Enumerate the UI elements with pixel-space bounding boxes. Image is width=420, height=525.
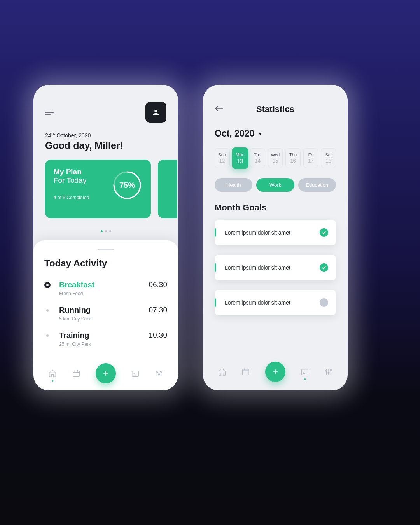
svg-rect-7	[243, 369, 249, 375]
plan-card-next[interactable]	[158, 160, 177, 218]
activity-name: Running	[59, 306, 149, 315]
svg-rect-2	[73, 371, 80, 377]
day-fri[interactable]: Fri17	[303, 148, 318, 168]
month-picker[interactable]: Oct, 2020	[203, 114, 348, 139]
goal-text: Lorem ipsum dolor sit amet	[225, 299, 290, 306]
filter-education[interactable]: Education	[298, 178, 336, 192]
svg-rect-8	[302, 369, 308, 375]
progress-ring: 75%	[112, 170, 142, 200]
activity-row[interactable]: Training 25 m. City Park 10.30	[44, 326, 167, 352]
profile-button[interactable]	[145, 102, 166, 123]
month-label: Oct, 2020	[215, 128, 254, 139]
menu-icon[interactable]	[45, 110, 54, 115]
day-wed[interactable]: Wed15	[268, 148, 283, 168]
goal-item[interactable]: Lorem ipsum dolor sit amet	[215, 255, 336, 280]
bottom-nav	[203, 362, 348, 382]
activity-desc: 5 km. City Park	[59, 316, 149, 322]
day-thu[interactable]: Thu16	[285, 148, 301, 168]
pending-icon[interactable]	[320, 298, 328, 307]
header	[33, 85, 178, 123]
sheet-handle[interactable]	[98, 249, 114, 250]
filter-pills: Health Work Education	[203, 168, 348, 192]
greeting: Good day, Miller!	[33, 138, 178, 151]
day-sun[interactable]: Sun12	[215, 148, 230, 168]
activity-name: Breakfast	[59, 280, 149, 289]
goals-title: Month Goals	[203, 192, 348, 213]
activity-desc: Fresh Food	[59, 291, 149, 296]
home-icon[interactable]	[48, 369, 57, 378]
goals-list: Lorem ipsum dolor sit amet Lorem ipsum d…	[203, 213, 348, 315]
date-label: 24ᵗʰ October, 2020	[33, 123, 178, 138]
activity-desc: 25 m. City Park	[59, 341, 149, 347]
filter-health[interactable]: Health	[215, 178, 252, 192]
settings-icon[interactable]	[155, 369, 163, 378]
activity-row[interactable]: Running 5 km. City Park 07.30	[44, 301, 167, 326]
bullet-active-icon	[44, 282, 51, 288]
calendar-icon[interactable]	[242, 368, 250, 376]
header: Statistics	[203, 85, 348, 114]
plan-carousel[interactable]: My Plan For Today 4 of 5 Completed 75%	[33, 151, 178, 218]
home-icon[interactable]	[218, 368, 226, 376]
goal-text: Lorem ipsum dolor sit amet	[225, 264, 290, 271]
activity-time: 07.30	[149, 306, 167, 314]
add-button[interactable]	[96, 363, 116, 383]
statistics-screen: Statistics Oct, 2020 Sun12 Mon13 Tue14 W…	[203, 85, 348, 390]
settings-icon[interactable]	[324, 368, 333, 376]
schedule-icon[interactable]	[301, 368, 309, 376]
schedule-icon[interactable]	[131, 369, 140, 378]
check-icon[interactable]	[320, 228, 328, 237]
day-mon[interactable]: Mon13	[232, 147, 248, 169]
bullet-icon	[46, 334, 49, 337]
chevron-down-icon	[258, 133, 262, 135]
check-icon[interactable]	[320, 263, 328, 272]
goal-item[interactable]: Lorem ipsum dolor sit amet	[215, 290, 336, 315]
day-tue[interactable]: Tue14	[250, 148, 265, 168]
svg-rect-3	[132, 371, 139, 377]
carousel-dots	[33, 218, 178, 234]
day-sat[interactable]: Sat18	[321, 148, 336, 168]
activity-time: 10.30	[149, 331, 167, 340]
plan-card[interactable]: My Plan For Today 4 of 5 Completed 75%	[45, 160, 151, 218]
activity-sheet: Today Activity Breakfast Fresh Food 06.3…	[33, 240, 178, 390]
bullet-icon	[46, 309, 49, 312]
calendar-icon[interactable]	[72, 369, 80, 378]
activity-list: Breakfast Fresh Food 06.30 Running 5 km.…	[44, 276, 167, 352]
progress-percent: 75%	[112, 170, 142, 200]
activity-name: Training	[59, 331, 149, 340]
goal-item[interactable]: Lorem ipsum dolor sit amet	[215, 220, 336, 245]
home-screen: 24ᵗʰ October, 2020 Good day, Miller! My …	[33, 85, 178, 390]
activity-title: Today Activity	[44, 258, 167, 269]
bottom-nav	[33, 363, 178, 383]
day-strip: Sun12 Mon13 Tue14 Wed15 Thu16 Fri17 Sat1…	[203, 139, 348, 168]
add-button[interactable]	[265, 362, 285, 382]
filter-work[interactable]: Work	[256, 178, 294, 192]
activity-time: 06.30	[149, 280, 167, 289]
activity-row[interactable]: Breakfast Fresh Food 06.30	[44, 276, 167, 301]
goal-text: Lorem ipsum dolor sit amet	[225, 229, 290, 236]
page-title: Statistics	[203, 104, 348, 114]
